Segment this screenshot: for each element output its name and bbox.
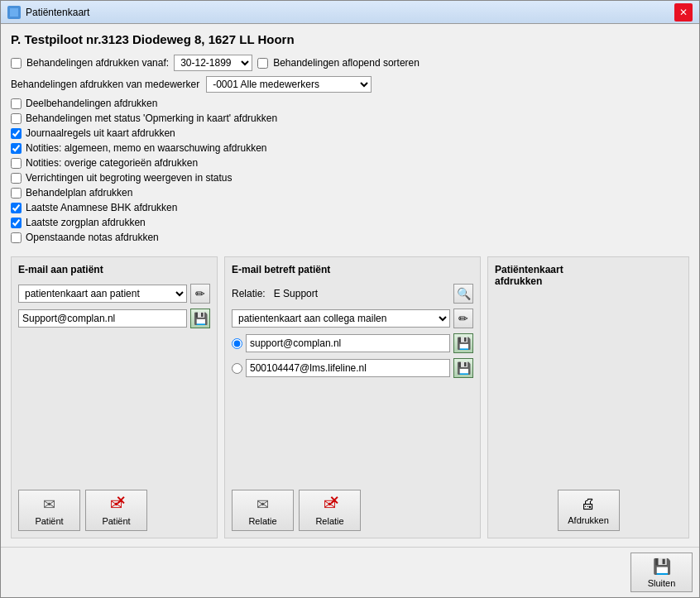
zorgplan-checkbox[interactable]: [11, 218, 22, 228]
email-patient-save-button[interactable]: 💾: [190, 309, 210, 328]
envelope-x-icon2: ✉✕: [324, 495, 336, 514]
behandelingen-datum-dropdown[interactable]: 30-12-1899: [174, 55, 252, 71]
option-cb6: Verrichtingen uit begroting weergeven in…: [11, 172, 689, 184]
main-window: Patiëntenkaart ✕ P. Testpiloot nr.3123 D…: [0, 0, 700, 598]
patient-header: P. Testpiloot nr.3123 Diodeweg 8, 1627 L…: [11, 32, 689, 46]
save-icon: 💾: [194, 312, 208, 325]
option-cb7: Behandelplan afdrukken: [11, 187, 689, 199]
medewerker-dropdown[interactable]: -0001 Alle medewerkers: [206, 76, 372, 93]
option-cb8: Laatste Anamnese BHK afdrukken: [11, 202, 689, 213]
email2-row: 💾: [232, 358, 473, 378]
sluiten-icon: 💾: [653, 557, 671, 576]
print-panel: Patiëntenkaartafdrukken 🖨 Afdrukken: [487, 256, 689, 538]
opmerking-label: Behandelingen met status 'Opmerking in k…: [26, 112, 277, 124]
deelbehandelingen-checkbox[interactable]: [11, 98, 22, 109]
option-cb5: Notities: overige categorieën afdrukken: [11, 157, 689, 169]
medewerker-row: Behandelingen afdrukken van medewerker -…: [11, 76, 689, 93]
save-icon3: 💾: [457, 361, 471, 375]
email2-radio[interactable]: [232, 363, 242, 374]
notities-algemeen-label: Notities: algemeen, memo en waarschuwing…: [26, 142, 266, 154]
email-betreft-panel: E-mail betreft patiënt Relatie: E Suppor…: [224, 256, 481, 538]
send-patient-button[interactable]: ✉ Patiënt: [18, 490, 80, 531]
journaalregels-label: Journaalregels uit kaart afdrukken: [26, 127, 175, 139]
email-patient-edit-button[interactable]: ✏: [190, 284, 210, 304]
delete-relatie-button[interactable]: ✉✕ Relatie: [299, 490, 361, 531]
relatie-row: Relatie: E Support 🔍: [232, 284, 473, 304]
email1-row: 💾: [232, 333, 473, 353]
envelope-x-icon: ✉✕: [110, 495, 122, 514]
email-patient-email-row: 💾: [18, 309, 210, 328]
medewerker-label: Behandelingen afdrukken van medewerker: [11, 79, 199, 90]
verrichtingen-checkbox[interactable]: [11, 173, 22, 184]
envelope-icon: ✉: [43, 495, 55, 514]
svg-rect-1: [10, 8, 18, 17]
email2-save-button[interactable]: 💾: [453, 358, 473, 378]
close-button[interactable]: ✕: [674, 3, 693, 22]
behandelingen-aflopend-label[interactable]: Behandelingen aflopend sorteren: [273, 57, 420, 69]
option-cb2: Behandelingen met status 'Opmerking in k…: [11, 112, 689, 124]
email-patient-title: E-mail aan patiënt: [18, 264, 210, 275]
edit-icon2: ✏: [458, 312, 468, 325]
option-cb9: Laatste zorgplan afdrukken: [11, 217, 689, 228]
opmerking-checkbox[interactable]: [11, 113, 22, 124]
print-panel-title: Patiëntenkaartafdrukken: [495, 264, 682, 287]
zorgplan-label: Laatste zorgplan afdrukken: [26, 217, 146, 228]
email-patient-email-input[interactable]: [18, 309, 187, 328]
send-relatie-button[interactable]: ✉ Relatie: [232, 490, 294, 531]
delete-patient-label: Patiënt: [102, 516, 130, 526]
email1-radio[interactable]: [232, 338, 242, 349]
notities-overige-checkbox[interactable]: [11, 158, 22, 169]
send-relatie-label: Relatie: [248, 516, 276, 526]
anamnese-checkbox[interactable]: [11, 203, 22, 213]
email1-save-button[interactable]: 💾: [453, 333, 473, 353]
behandelingen-aflopend-checkbox[interactable]: [257, 58, 268, 69]
email1-input[interactable]: [246, 334, 450, 352]
afdrukken-button[interactable]: 🖨 Afdrukken: [558, 490, 620, 531]
relatie-search-button[interactable]: 🔍: [453, 284, 473, 304]
email-patient-dropdown-row: patientenkaart aan patient ✏: [18, 284, 210, 304]
deelbehandelingen-label: Deelbehandelingen afdrukken: [26, 98, 157, 109]
option-cb4: Notities: algemeen, memo en waarschuwing…: [11, 142, 689, 154]
sluiten-button[interactable]: 💾 Sluiten: [630, 553, 693, 592]
relatie-value: E Support: [274, 288, 318, 299]
behandelplan-label: Behandelplan afdrukken: [26, 187, 132, 199]
save-icon2: 💾: [457, 337, 471, 350]
email-betreft-dropdown-row: patientenkaart aan collega mailen ✏: [232, 309, 473, 328]
behandelplan-checkbox[interactable]: [11, 188, 22, 199]
afdrukken-label: Afdrukken: [568, 515, 609, 525]
footer-bar: 💾 Sluiten: [1, 547, 699, 597]
delete-patient-button[interactable]: ✉✕ Patiënt: [85, 490, 147, 531]
email-patient-template-dropdown[interactable]: patientenkaart aan patient: [18, 285, 187, 303]
bottom-section: E-mail aan patiënt patientenkaart aan pa…: [11, 256, 689, 538]
behandelingen-vanaf-checkbox[interactable]: [11, 58, 22, 69]
email-betreft-template-dropdown[interactable]: patientenkaart aan collega mailen: [232, 309, 450, 328]
email-betreft-edit-button[interactable]: ✏: [453, 309, 473, 328]
edit-icon: ✏: [195, 287, 205, 300]
option-cb3: Journaalregels uit kaart afdrukken: [11, 127, 689, 139]
notas-checkbox[interactable]: [11, 232, 22, 243]
verrichtingen-label: Verrichtingen uit begroting weergeven in…: [26, 172, 233, 184]
relatie-label: Relatie:: [232, 288, 266, 299]
email-betreft-title: E-mail betreft patiënt: [232, 264, 473, 275]
notas-label: Openstaande notas afdrukken: [26, 232, 159, 243]
window-icon: [7, 6, 21, 19]
printer-icon: 🖨: [581, 495, 596, 513]
email-patient-actions: ✉ Patiënt ✉✕ Patiënt: [18, 485, 210, 531]
behandelingen-vanaf-label[interactable]: Behandelingen afdrukken vanaf:: [26, 57, 169, 69]
binoculars-icon: 🔍: [457, 287, 471, 300]
option-cb1: Deelbehandelingen afdrukken: [11, 98, 689, 109]
sluiten-label: Sluiten: [648, 578, 676, 588]
email-patient-panel: E-mail aan patiënt patientenkaart aan pa…: [11, 256, 218, 538]
envelope-icon2: ✉: [257, 495, 269, 514]
journaalregels-checkbox[interactable]: [11, 128, 22, 139]
notities-algemeen-checkbox[interactable]: [11, 143, 22, 154]
window-title: Patiëntenkaart: [26, 7, 674, 18]
delete-relatie-label: Relatie: [315, 516, 343, 526]
email-betreft-actions: ✉ Relatie ✉✕ Relatie: [232, 485, 473, 531]
send-patient-label: Patiënt: [35, 516, 63, 526]
options-section: Behandelingen afdrukken vanaf: 30-12-189…: [11, 55, 689, 243]
option-cb10: Openstaande notas afdrukken: [11, 232, 689, 243]
print-actions: 🖨 Afdrukken: [495, 485, 682, 531]
email2-input[interactable]: [246, 359, 450, 377]
window-content: P. Testpiloot nr.3123 Diodeweg 8, 1627 L…: [1, 24, 699, 547]
